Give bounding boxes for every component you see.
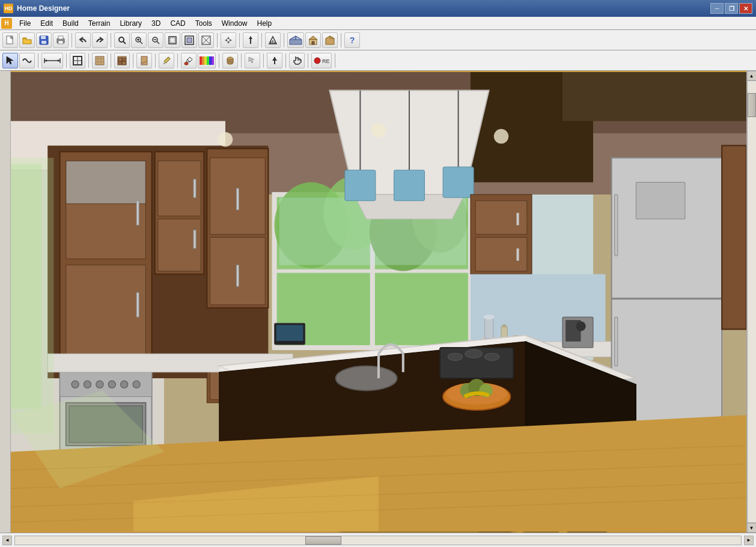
scroll-right-arrow[interactable]: ► <box>744 536 754 545</box>
3d-view-button[interactable] <box>287 32 304 48</box>
svg-marker-26 <box>227 41 230 44</box>
status-bar: ◄ ► <box>0 533 756 547</box>
svg-rect-141 <box>475 201 527 234</box>
svg-rect-4 <box>41 36 46 39</box>
sep-tb2-1 <box>38 53 38 68</box>
zoom-prev-button[interactable] <box>198 32 214 48</box>
menu-edit[interactable]: Edit <box>35 18 58 29</box>
svg-rect-142 <box>475 237 527 271</box>
scroll-up-arrow[interactable]: ▲ <box>747 71 757 80</box>
right-scrollbar-panel: ▲ ▼ <box>746 71 756 533</box>
scroll-left-arrow[interactable]: ◄ <box>2 536 12 545</box>
sep-1 <box>72 33 72 47</box>
paint-tool-button[interactable] <box>181 53 197 68</box>
vertical-scroll-thumb[interactable] <box>748 93 756 117</box>
svg-marker-28 <box>230 39 232 41</box>
transform-button[interactable] <box>245 53 260 68</box>
menu-file[interactable]: File <box>14 18 35 29</box>
draw-arc-button[interactable] <box>19 53 35 68</box>
menu-3d[interactable]: 3D <box>147 18 165 29</box>
undo-button[interactable] <box>75 32 91 48</box>
horizontal-scroll-thumb[interactable] <box>305 536 341 545</box>
room-tool-button[interactable] <box>70 53 85 68</box>
svg-rect-138 <box>443 167 474 198</box>
svg-rect-161 <box>615 195 618 256</box>
record-button[interactable]: REC <box>311 53 332 68</box>
left-panel <box>0 71 11 533</box>
house-3d-button[interactable] <box>322 32 338 48</box>
restore-button[interactable]: ❐ <box>725 3 738 14</box>
svg-rect-74 <box>212 56 214 65</box>
svg-rect-70 <box>202 56 204 65</box>
house-front-button[interactable] <box>305 32 321 48</box>
svg-marker-27 <box>225 39 227 41</box>
sep-tb2-12 <box>308 53 308 68</box>
menu-build[interactable]: Build <box>58 18 84 29</box>
svg-rect-154 <box>502 324 506 327</box>
door-tool-button[interactable] <box>136 53 152 68</box>
object-tool-button[interactable] <box>222 53 238 68</box>
sep-tb2-10 <box>263 53 264 68</box>
svg-rect-210 <box>276 325 303 341</box>
kitchen-scene-svg: Viking <box>11 71 746 533</box>
zoom-fit-button[interactable] <box>165 32 180 48</box>
new-button[interactable] <box>2 32 18 48</box>
save-button[interactable] <box>36 32 52 48</box>
sep-tb2-4 <box>111 53 111 68</box>
menu-cad[interactable]: CAD <box>165 18 190 29</box>
svg-rect-72 <box>207 56 209 65</box>
svg-rect-92 <box>66 265 146 363</box>
menu-window[interactable]: Window <box>217 18 252 29</box>
menu-help[interactable]: Help <box>252 18 276 29</box>
svg-rect-93 <box>66 161 146 204</box>
elevation-button[interactable] <box>265 32 281 48</box>
svg-rect-143 <box>517 213 519 225</box>
dimension-button[interactable] <box>41 53 63 68</box>
svg-rect-52 <box>96 56 104 65</box>
menu-bar: H File Edit Build Terrain Library 3D CAD… <box>0 17 756 30</box>
scroll-down-arrow[interactable]: ▼ <box>747 523 757 533</box>
cabinet-tool-button[interactable] <box>114 53 130 68</box>
zoom-in-button[interactable] <box>131 32 147 48</box>
pencil-tool-button[interactable] <box>159 53 174 68</box>
zoom-magnify-button[interactable] <box>114 32 130 48</box>
minimize-button[interactable]: ─ <box>710 3 724 14</box>
svg-rect-85 <box>562 72 746 121</box>
svg-text:REC: REC <box>322 58 330 64</box>
app-title: Home Designer <box>17 4 710 13</box>
menu-app-icon[interactable]: H <box>1 18 12 29</box>
floor-tool-button[interactable] <box>92 53 108 68</box>
open-button[interactable] <box>19 32 35 48</box>
sep-tb2-5 <box>133 53 133 68</box>
move-up-button[interactable] <box>267 53 282 68</box>
vertical-scrollbar[interactable] <box>747 80 757 523</box>
menu-tools[interactable]: Tools <box>191 18 217 29</box>
sep-6 <box>284 33 284 47</box>
print-button[interactable] <box>53 32 69 48</box>
svg-rect-164 <box>636 183 685 219</box>
redo-button[interactable] <box>92 32 108 48</box>
svg-rect-95 <box>136 292 139 317</box>
svg-point-206 <box>371 123 386 138</box>
svg-rect-136 <box>394 170 425 201</box>
svg-point-107 <box>72 381 79 388</box>
canvas-area[interactable]: Viking <box>11 71 746 533</box>
help-button[interactable]: ? <box>344 32 360 48</box>
svg-rect-99 <box>194 180 196 198</box>
svg-point-61 <box>123 62 124 64</box>
close-button[interactable]: ✕ <box>739 3 752 14</box>
menu-library[interactable]: Library <box>115 18 147 29</box>
zoom-extent-button[interactable] <box>181 32 197 48</box>
zoom-out-button[interactable] <box>148 32 163 48</box>
svg-point-110 <box>108 381 115 388</box>
material-button[interactable] <box>198 53 216 68</box>
scroll-up-button[interactable] <box>243 32 258 48</box>
svg-rect-65 <box>164 57 170 63</box>
horizontal-scrollbar[interactable] <box>14 536 742 545</box>
svg-line-67 <box>187 59 190 62</box>
sep-tb2-2 <box>66 53 67 68</box>
menu-terrain[interactable]: Terrain <box>84 18 115 29</box>
pan-button[interactable] <box>221 32 236 48</box>
hand-pointer-button[interactable] <box>289 53 305 68</box>
select-tool-button[interactable] <box>2 53 18 68</box>
